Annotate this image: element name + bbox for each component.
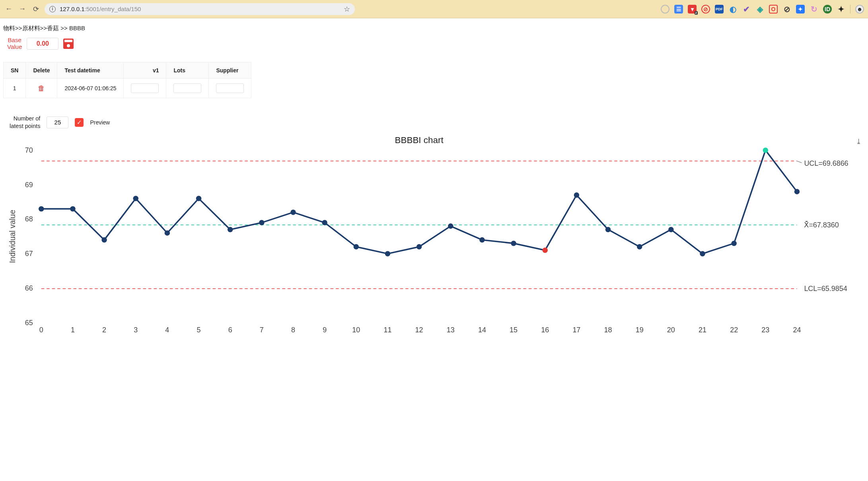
svg-text:16: 16 <box>541 326 549 334</box>
svg-text:20: 20 <box>667 326 675 334</box>
bookmark-icon[interactable]: ☆ <box>344 5 350 14</box>
ext-icon-pdf[interactable]: PDF <box>715 5 724 14</box>
data-entry-table: SN Delete Test datetime v1 Lots Supplier… <box>3 62 251 98</box>
extension-icons: ☰ ▾2 ⊘ PDF ◐ ✔ ◈ O ⊘ ✦ ↻ ID ✦ ☻ <box>359 5 864 14</box>
svg-text:LCL=65.9854: LCL=65.9854 <box>804 285 847 293</box>
svg-text:19: 19 <box>636 326 644 334</box>
svg-text:BBBBI chart: BBBBI chart <box>395 135 444 145</box>
extensions-puzzle-icon[interactable]: ✦ <box>837 5 845 14</box>
svg-text:11: 11 <box>383 326 391 334</box>
svg-point-38 <box>763 147 768 153</box>
svg-text:68: 68 <box>25 215 33 223</box>
svg-point-36 <box>700 251 705 256</box>
svg-point-23 <box>290 209 296 215</box>
ext-icon-slash[interactable]: ⊘ <box>782 5 791 14</box>
svg-point-16 <box>70 206 75 211</box>
svg-text:21: 21 <box>699 326 706 334</box>
ext-icon-check[interactable]: ✔ <box>742 5 751 14</box>
svg-text:UCL=69.6866: UCL=69.6866 <box>804 159 848 167</box>
col-datetime: Test datetime <box>57 62 124 79</box>
ext-icon-swirl[interactable]: ◐ <box>728 5 737 14</box>
ext-icon-diamond[interactable]: ◈ <box>755 5 764 14</box>
svg-text:69: 69 <box>25 180 33 188</box>
cell-sn: 1 <box>4 79 26 98</box>
svg-point-24 <box>322 220 327 225</box>
breadcrumb[interactable]: 物料>>原材料>>香菇 >> BBBB <box>3 22 865 37</box>
preview-checkbox[interactable]: ✓ <box>75 118 84 127</box>
svg-text:12: 12 <box>415 326 423 334</box>
supplier-input[interactable] <box>216 83 244 93</box>
lots-input[interactable] <box>173 83 201 93</box>
base-value-input[interactable] <box>27 38 58 50</box>
svg-point-27 <box>416 244 422 249</box>
divider <box>850 5 850 14</box>
col-supplier: Supplier <box>209 62 251 79</box>
svg-point-15 <box>39 206 44 211</box>
svg-point-32 <box>574 192 579 198</box>
ext-icon-circle[interactable] <box>661 5 669 14</box>
svg-point-25 <box>354 244 359 249</box>
latest-points-input[interactable] <box>47 116 68 128</box>
svg-text:Individual value: Individual value <box>8 209 17 263</box>
svg-text:15: 15 <box>510 326 518 334</box>
svg-text:18: 18 <box>604 326 612 334</box>
ext-icon-red-o[interactable]: O <box>769 5 778 14</box>
ext-icon-history[interactable]: ↻ <box>810 5 818 14</box>
forward-button[interactable]: → <box>18 4 27 14</box>
svg-text:3: 3 <box>134 326 138 334</box>
svg-point-30 <box>511 240 516 246</box>
svg-text:5: 5 <box>197 326 201 334</box>
ext-icon-red-badge[interactable]: ▾2 <box>688 5 697 14</box>
ext-icon-translate[interactable]: ☰ <box>674 5 683 14</box>
control-chart: ⤓ BBBBI chart656667686970Individual valu… <box>3 135 865 337</box>
svg-point-26 <box>385 251 390 256</box>
profile-avatar[interactable]: ☻ <box>855 5 864 14</box>
col-sn: SN <box>4 62 26 79</box>
svg-text:2: 2 <box>102 326 106 334</box>
download-icon[interactable]: ⤓ <box>856 137 862 146</box>
svg-point-35 <box>668 227 673 232</box>
save-button[interactable] <box>63 39 74 49</box>
base-value-label: Base Value <box>7 37 22 50</box>
browser-toolbar: ← → ⟳ i 127.0.0.1:5001/entry_data/150 ☆ … <box>0 0 868 18</box>
chart-svg: BBBBI chart656667686970Individual valueU… <box>6 135 862 337</box>
svg-point-34 <box>637 244 642 249</box>
svg-point-21 <box>228 227 233 232</box>
svg-text:13: 13 <box>447 326 455 334</box>
svg-text:X̄=67.8360: X̄=67.8360 <box>804 221 839 229</box>
back-button[interactable]: ← <box>4 4 14 14</box>
address-bar[interactable]: i 127.0.0.1:5001/entry_data/150 ☆ <box>45 3 355 15</box>
svg-point-33 <box>605 227 611 232</box>
svg-point-29 <box>479 237 485 242</box>
reload-button[interactable]: ⟳ <box>31 4 41 14</box>
svg-point-37 <box>731 240 736 246</box>
url-text: 127.0.0.1:5001/entry_data/150 <box>60 6 340 12</box>
svg-point-22 <box>259 220 264 225</box>
svg-text:66: 66 <box>25 284 33 292</box>
site-info-icon[interactable]: i <box>49 6 56 12</box>
latest-points-label: Number of latest points <box>10 115 40 130</box>
svg-text:23: 23 <box>761 326 769 334</box>
svg-text:22: 22 <box>730 326 738 334</box>
svg-text:14: 14 <box>478 326 486 334</box>
svg-text:67: 67 <box>25 250 33 258</box>
svg-point-18 <box>133 196 138 201</box>
svg-point-39 <box>794 189 800 194</box>
delete-row-button[interactable]: 🗑 <box>38 84 45 92</box>
svg-text:6: 6 <box>228 326 232 334</box>
svg-text:4: 4 <box>165 326 169 334</box>
col-delete: Delete <box>26 62 57 79</box>
ext-icon-block[interactable]: ⊘ <box>701 5 710 14</box>
ext-icon-id[interactable]: ID <box>823 5 832 14</box>
svg-line-11 <box>797 161 802 163</box>
v1-input[interactable] <box>131 83 159 93</box>
svg-point-19 <box>165 230 170 235</box>
table-row: 1🗑2024-06-07 01:06:25 <box>4 79 251 98</box>
ext-icon-blue[interactable]: ✦ <box>796 5 805 14</box>
svg-point-17 <box>101 237 107 242</box>
svg-text:70: 70 <box>25 146 33 154</box>
svg-text:10: 10 <box>352 326 360 334</box>
svg-text:7: 7 <box>260 326 264 334</box>
svg-text:24: 24 <box>793 326 801 334</box>
cell-datetime: 2024-06-07 01:06:25 <box>57 79 124 98</box>
